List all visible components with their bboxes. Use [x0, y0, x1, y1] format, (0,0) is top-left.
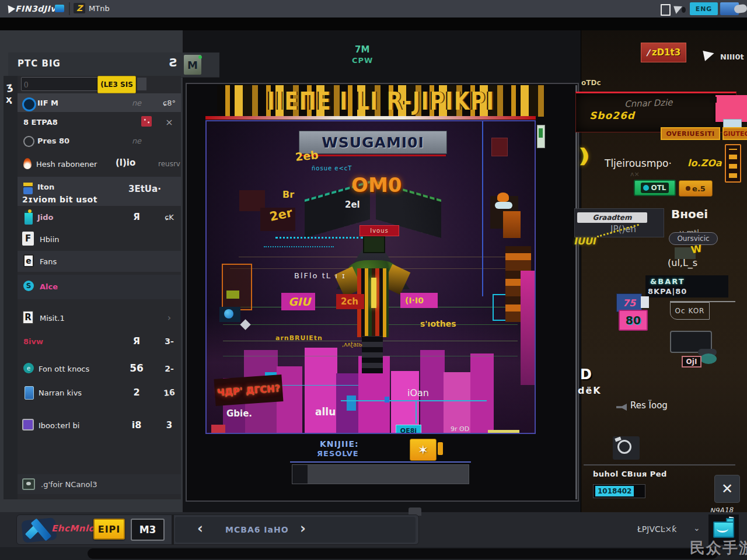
close-icon[interactable]: × [156, 117, 182, 128]
list-item-label: Iboo:terl bi [39, 421, 79, 430]
art-dotted-line [275, 237, 363, 239]
main-setting-value: lo.ZOa [687, 159, 722, 168]
e5-button[interactable]: e.5 [679, 180, 713, 197]
output-input[interactable]: 1018402 [593, 484, 645, 498]
bart-line1: &BART [650, 278, 685, 285]
edit-slash-icon: / [647, 48, 650, 57]
otl-inner-chip: OTL [641, 183, 669, 193]
list-item-extra: 3- [156, 337, 182, 346]
art-text-siothes: s'ıothes [420, 320, 456, 328]
list-item-label: Hbiin [40, 235, 60, 244]
art-text-2el: 2el [345, 201, 360, 209]
taskbar-blue-chip-icon[interactable] [55, 5, 64, 12]
eipi-button[interactable]: EIPI [93, 519, 125, 540]
tray-document-icon[interactable] [661, 4, 671, 16]
letter-f-icon: F [22, 232, 34, 246]
tab-z-icon[interactable]: Z [74, 3, 85, 13]
letter-e-icon: e [23, 254, 34, 267]
marker-dot [28, 209, 32, 213]
list-item[interactable]: 8ivw Я 3- [18, 332, 181, 351]
output-input-value: 1018402 [595, 486, 634, 496]
list-item[interactable]: Jido Я ɕK [18, 208, 181, 226]
e5-button-label: e.5 [692, 184, 706, 193]
header-m-dot [198, 55, 202, 59]
otd-label: oTDc [581, 79, 601, 86]
version-dropdown[interactable]: ŁPJVCĿ×ƙ [637, 525, 676, 533]
folder-curve [717, 525, 728, 533]
bottom-nav-inset [175, 517, 416, 542]
prev-arrow[interactable]: ‹ [197, 522, 203, 536]
art-text-2eb: 2eb [295, 149, 319, 163]
art-dotted-line [264, 246, 334, 247]
edit-button[interactable]: / zD1t3 [641, 43, 686, 62]
art-circuit-line [416, 400, 417, 424]
header-s-icon[interactable]: Ƨ [169, 57, 177, 68]
list-item[interactable]: Pres 80 ne [18, 132, 181, 149]
list-item[interactable]: 8 ETPA8 × [18, 113, 181, 131]
tool-ski-icon[interactable]: ҳ [6, 95, 12, 104]
list-item-extra: 16 [156, 387, 182, 399]
layers-icon-top [23, 183, 33, 186]
list-item-label: 8ivw [23, 337, 43, 346]
list-item[interactable]: S Alce [18, 275, 181, 299]
art-oe8i-chip: OE8i [396, 425, 421, 434]
art-cyan-block [347, 396, 356, 411]
list-item[interactable]: .g'foir NCanol3 [18, 474, 181, 494]
list-item[interactable]: Narran kivs 2 16 [18, 382, 181, 404]
list-item[interactable]: F Hbiin [18, 229, 181, 250]
art-neon-text: ЧДР' ДГСН? [217, 383, 280, 398]
chevron-right-icon: › [156, 312, 182, 323]
search-button[interactable]: (LE3 SIS [97, 76, 136, 93]
tray-language-button[interactable]: ENG [690, 2, 718, 15]
nav-label: MCBA6 IaHO [225, 526, 289, 534]
viewer-scrollbar[interactable] [575, 85, 577, 499]
list-item[interactable]: IIF M ne ɕ8° [18, 93, 181, 112]
top-black-strip [0, 18, 747, 30]
chevron-down-icon[interactable]: ⌄ [693, 524, 700, 532]
m3-button[interactable]: M3 [131, 519, 165, 541]
art-blue-vline [482, 121, 483, 296]
glitch-banner: IIEПE I LI R-JIPIKPI [217, 85, 545, 117]
artwork-canvas: WSUGAMI0I Ivous ЧДР' ДГСН? 2eb ñosue e<c… [205, 120, 536, 434]
art-green-chip [226, 290, 239, 299]
list-item[interactable]: e Fans [18, 251, 181, 272]
play-icon-dot [711, 56, 715, 62]
art-text-nosue: ñosue e<cT [312, 166, 352, 172]
ticket-decoration [725, 144, 741, 183]
ok-box[interactable]: Oc KOR [670, 302, 710, 320]
art-yellow-bar [488, 430, 519, 434]
list-item[interactable]: Iton 3EtUa· 2ɪviom bit usot [18, 177, 181, 206]
otl-button[interactable]: OTL [634, 180, 676, 196]
bart-line2: 8KPA|80 [648, 288, 687, 295]
taskbar-tab-label[interactable]: MTnb [89, 5, 110, 12]
taskbar [0, 0, 747, 18]
taskbar-separator [69, 2, 70, 15]
artwork-handle-inner [539, 128, 543, 138]
list-item[interactable]: Iboo:terl bi i8 3 [18, 414, 181, 437]
list-item-count: Я [121, 335, 152, 346]
teal-icon: e [23, 363, 34, 373]
tray-language-label: ENG [696, 5, 713, 13]
artwork-title-banner: WSUGAMI0I [299, 131, 447, 154]
screenshot-icon-dot [26, 482, 31, 485]
progress-bar-lead [292, 465, 308, 484]
close-button[interactable]: ✕ [714, 475, 740, 503]
art-text-cho: (I·I0 [405, 296, 424, 304]
art-skyline-block [470, 354, 494, 434]
pink-swatch[interactable] [715, 95, 747, 122]
next-arrow[interactable]: › [300, 522, 306, 536]
export-button-glyph: ✶ [418, 443, 428, 457]
output-divider [584, 464, 735, 466]
export-button[interactable]: ✶ [410, 439, 437, 461]
ok-box-label: Oc KOR [675, 307, 705, 315]
list-item[interactable]: Hesh rabonener (l)io reusrv [18, 153, 181, 174]
left-panel-title: PTC BIG [18, 60, 61, 68]
list-item-count: Я [121, 212, 152, 222]
tool-sail-icon[interactable]: ʒ [6, 81, 13, 92]
art-text-ioan: iOan [407, 388, 429, 398]
search-input[interactable] [21, 77, 99, 91]
list-item[interactable]: R Misit.1 › [18, 307, 181, 328]
list-item-label: Misit.1 [40, 314, 65, 323]
list-item[interactable]: e Fon ott knocs 56 2- [18, 358, 181, 380]
art-ivous-text: Ivous [370, 228, 389, 234]
